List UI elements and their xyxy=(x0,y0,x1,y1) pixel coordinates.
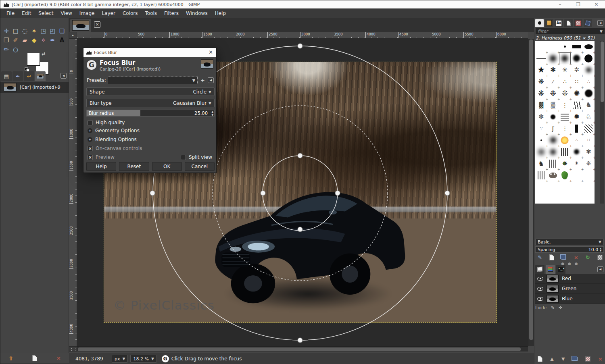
ok-button[interactable]: OK xyxy=(152,162,182,171)
tool-pencil[interactable]: ✏ xyxy=(2,45,11,54)
brush-item[interactable] xyxy=(571,169,582,181)
shape-dropdown[interactable]: Shape Circle▼ xyxy=(86,87,215,96)
brush-item[interactable] xyxy=(535,52,547,64)
menu-item-layer[interactable]: Layer xyxy=(98,9,119,18)
add-preset-icon[interactable]: + xyxy=(200,77,205,83)
brush-item[interactable]: ✹ xyxy=(571,111,582,123)
vertical-ruler[interactable]: 05001000150020002500300035004000 xyxy=(69,39,77,346)
brush-item[interactable]: ∵ xyxy=(535,123,547,134)
spacing-slider[interactable]: Spacing 10.0 ▲▼ xyxy=(535,246,604,253)
split-view-checkbox[interactable]: Split view xyxy=(181,154,212,160)
tab-brushes[interactable] xyxy=(535,19,544,27)
brush-scrollbar[interactable] xyxy=(600,41,604,204)
channel-row-red[interactable]: Red xyxy=(535,274,605,284)
preview-checkbox[interactable]: × Preview xyxy=(88,154,115,160)
tool-move[interactable]: ✛ xyxy=(2,26,11,35)
brush-item[interactable] xyxy=(559,146,571,158)
brush-item[interactable] xyxy=(559,111,571,123)
brush-item[interactable]: ⋮ xyxy=(559,99,571,111)
dock-menu-button[interactable]: ◀ xyxy=(60,73,67,79)
menu-item-image[interactable]: Image xyxy=(76,9,98,18)
on-canvas-controls-checkbox[interactable]: × On-canvas controls xyxy=(88,146,142,151)
lock-position-icon[interactable]: ✛ xyxy=(559,305,562,310)
brush-item[interactable] xyxy=(547,111,559,123)
visibility-eye-icon[interactable] xyxy=(537,287,543,291)
tool-zoom[interactable]: ○ xyxy=(11,45,20,54)
tab-channels[interactable] xyxy=(546,265,555,274)
blending-options-expander[interactable]: + Blending Options xyxy=(88,137,137,142)
spinner-arrows-icon[interactable]: ▲▼ xyxy=(600,247,601,252)
brush-item[interactable]: ✸ xyxy=(559,158,571,169)
brush-item[interactable]: ✾ xyxy=(583,146,595,158)
checkbox-icon[interactable] xyxy=(181,155,186,160)
brush-item[interactable]: ❉ xyxy=(547,87,559,99)
visibility-eye-icon[interactable] xyxy=(537,277,543,281)
tool-bucket-fill[interactable]: ◆ xyxy=(29,35,39,45)
tool-crop[interactable]: ◳ xyxy=(39,26,48,35)
menu-item-edit[interactable]: Edit xyxy=(18,9,35,18)
brush-item[interactable]: ✲ xyxy=(571,64,582,76)
brush-item[interactable]: ✺ xyxy=(571,87,582,99)
image-tab[interactable] xyxy=(70,19,91,32)
foreground-color-swatch[interactable] xyxy=(27,53,40,66)
quick-mask-toggle[interactable] xyxy=(69,346,77,352)
brush-preset-dropdown[interactable]: Basic, ▼ xyxy=(535,239,604,245)
brush-item[interactable] xyxy=(535,146,547,158)
brush-item[interactable] xyxy=(583,52,595,64)
brush-filter-input[interactable]: filter ▼ xyxy=(535,28,605,35)
vertical-scrollbar[interactable] xyxy=(528,39,534,346)
delete-channel-icon[interactable]: × xyxy=(598,356,603,362)
geometry-options-expander[interactable]: + Geometry Options xyxy=(88,128,140,133)
image-tab-close-icon[interactable]: × xyxy=(94,21,100,28)
brush-item[interactable]: ✱ xyxy=(547,64,559,76)
brush-item[interactable]: ✳ xyxy=(559,64,571,76)
brush-item[interactable]: ❋ xyxy=(535,76,547,87)
tool-ink[interactable]: ✒ xyxy=(48,35,57,45)
brush-item[interactable]: ♞ xyxy=(535,158,547,169)
expander-plus-icon[interactable]: + xyxy=(88,137,92,142)
visibility-eye-icon[interactable] xyxy=(537,297,543,301)
maximize-button[interactable]: ❐ xyxy=(569,0,587,8)
tool-text[interactable]: A xyxy=(57,35,67,45)
brush-item[interactable] xyxy=(547,158,559,169)
brush-item[interactable]: ▓ xyxy=(535,99,547,111)
channel-to-selection-icon[interactable] xyxy=(585,356,590,362)
horizontal-scrollbar-thumb[interactable] xyxy=(78,347,521,351)
tab-fonts[interactable]: Aa xyxy=(555,19,563,27)
dock-menu-button[interactable]: ◀ xyxy=(597,20,603,26)
brush-item[interactable] xyxy=(535,41,547,52)
zoom-dropdown[interactable]: 18.2 % ▼ xyxy=(130,355,156,363)
brush-item[interactable] xyxy=(547,52,559,64)
tool-paintbrush[interactable]: ✐ xyxy=(11,35,20,45)
brush-item[interactable]: ❊ xyxy=(559,87,571,99)
brush-item[interactable] xyxy=(559,41,571,52)
close-button[interactable]: ✕ xyxy=(587,0,605,8)
checkbox-checked-icon[interactable]: × xyxy=(88,146,93,151)
menu-item-file[interactable]: File xyxy=(3,9,18,18)
brush-item[interactable] xyxy=(583,123,595,134)
tab-patterns[interactable] xyxy=(545,19,553,27)
lock-pixels-icon[interactable]: ✎ xyxy=(551,305,555,310)
channel-row-blue[interactable]: Blue xyxy=(535,294,605,304)
delete-brush-icon[interactable]: × xyxy=(574,254,578,260)
menu-item-help[interactable]: Help xyxy=(211,9,229,18)
canvas-menu-button[interactable]: ▸ xyxy=(69,32,77,39)
brush-item[interactable] xyxy=(535,169,547,181)
menu-item-filters[interactable]: Filters xyxy=(161,9,182,18)
tab-tool-presets[interactable] xyxy=(584,19,592,27)
brush-item[interactable]: ▒ xyxy=(547,99,559,111)
tool-unified-transform[interactable]: ◰ xyxy=(48,26,57,35)
brush-item[interactable] xyxy=(583,87,595,99)
blur-type-dropdown[interactable]: Blur type Gaussian Blur▼ xyxy=(86,99,215,107)
lower-channel-icon[interactable]: ▼ xyxy=(561,356,565,362)
brush-item[interactable] xyxy=(571,99,582,111)
brush-item[interactable]: ✴ xyxy=(571,158,582,169)
tab-paths[interactable]: •‿• xyxy=(556,265,565,274)
brush-item[interactable] xyxy=(571,52,582,64)
horizontal-ruler[interactable]: 0500100015002000250030003500400045005000… xyxy=(77,32,528,39)
presets-menu-button[interactable]: ◀ xyxy=(208,77,214,83)
menu-item-select[interactable]: Select xyxy=(35,9,57,18)
brush-item[interactable] xyxy=(583,64,595,76)
cancel-button[interactable]: Cancel xyxy=(185,162,215,171)
brush-item[interactable]: ♘ xyxy=(583,111,595,123)
